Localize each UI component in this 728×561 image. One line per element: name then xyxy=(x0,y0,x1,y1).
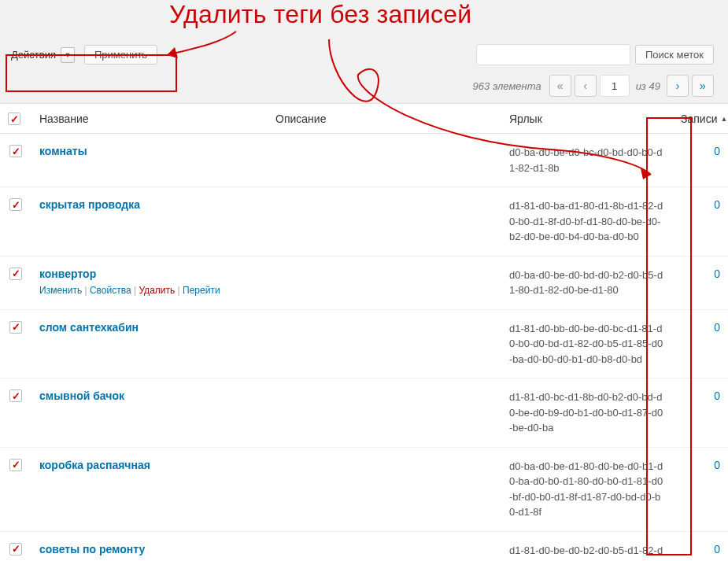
tag-slug: d1-81-d0-be-d0-b2-d0-b5-d1-82-d1-8b-d0-b… xyxy=(501,531,673,561)
tag-name-link[interactable]: комнаты xyxy=(39,145,87,157)
tag-description xyxy=(268,134,501,187)
apply-button[interactable]: Применить xyxy=(84,45,157,65)
page-total: из 49 xyxy=(636,80,660,92)
admin-wrap: Действия ▼ Применить Поиск меток 963 эле… xyxy=(0,0,728,561)
bulk-action-select[interactable]: Действия ▼ xyxy=(11,47,75,63)
search-group: Поиск меток xyxy=(476,44,714,65)
row-checkbox[interactable] xyxy=(9,459,22,471)
table-row: слом сантехкабинd1-81-d0-bb-d0-be-d0-bc-… xyxy=(0,309,728,378)
tag-name-link[interactable]: скрытая проводка xyxy=(39,198,140,211)
col-header-slug[interactable]: Ярлык xyxy=(501,104,673,134)
top-toolbar: Действия ▼ Применить Поиск меток xyxy=(0,0,728,72)
next-page-button[interactable]: › xyxy=(667,75,689,97)
search-input[interactable] xyxy=(476,44,630,65)
tag-description xyxy=(268,309,501,378)
row-checkbox[interactable] xyxy=(9,268,22,280)
tag-slug: d1-81-d0-ba-d1-80-d1-8b-d1-82-d0-b0-d1-8… xyxy=(501,187,673,257)
row-checkbox[interactable] xyxy=(9,389,22,402)
tag-slug: d0-ba-d0-be-d0-bd-d0-b2-d0-b5-d1-80-d1-8… xyxy=(501,256,673,309)
row-checkbox[interactable] xyxy=(9,198,22,211)
action-edit[interactable]: Изменить xyxy=(39,285,82,296)
first-page-button[interactable]: « xyxy=(549,75,571,97)
col-header-description[interactable]: Описание xyxy=(268,104,501,134)
tag-description xyxy=(268,531,501,561)
action-quick-edit[interactable]: Свойства xyxy=(90,285,131,296)
table-row: конверторИзменить | Свойства | Удалить |… xyxy=(0,256,728,309)
item-count: 963 элемента xyxy=(473,80,541,92)
tag-posts-count[interactable]: 0 xyxy=(714,389,720,402)
tag-slug: d0-ba-d0-be-d0-bc-d0-bd-d0-b0-d1-82-d1-8… xyxy=(501,134,673,187)
bulk-action-label: Действия xyxy=(11,49,56,61)
row-checkbox[interactable] xyxy=(9,321,22,334)
bulk-actions-group: Действия ▼ Применить xyxy=(11,45,157,65)
tag-name-link[interactable]: коробка распаячная xyxy=(39,459,150,471)
tag-description xyxy=(268,256,501,309)
last-page-button[interactable]: » xyxy=(692,75,714,97)
chevron-down-icon: ▼ xyxy=(61,47,75,63)
tag-description xyxy=(268,378,501,448)
tag-description xyxy=(268,187,501,257)
tag-slug: d1-81-d0-bb-d0-be-d0-bc-d1-81-d0-b0-d0-b… xyxy=(501,309,673,378)
tag-description xyxy=(268,447,501,531)
select-all-checkbox[interactable] xyxy=(8,113,20,125)
pagination: « ‹ из 49 › » xyxy=(549,75,714,97)
tag-slug: d1-81-d0-bc-d1-8b-d0-b2-d0-bd-d0-be-d0-b… xyxy=(501,378,673,448)
tag-posts-count[interactable]: 0 xyxy=(714,198,720,211)
tag-posts-count[interactable]: 0 xyxy=(714,268,720,280)
row-checkbox[interactable] xyxy=(9,543,22,555)
table-row: комнатыd0-ba-d0-be-d0-bc-d0-bd-d0-b0-d1-… xyxy=(0,134,728,187)
tags-table: Название Описание Ярлык Записи ▲ комнаты… xyxy=(0,103,728,561)
table-row: скрытая проводкаd1-81-d0-ba-d1-80-d1-8b-… xyxy=(0,187,728,257)
action-view[interactable]: Перейти xyxy=(183,285,220,296)
search-button[interactable]: Поиск меток xyxy=(635,45,714,65)
col-header-posts[interactable]: Записи ▲ xyxy=(673,104,728,134)
sort-asc-icon: ▲ xyxy=(720,115,727,123)
table-row: смывной бачокd1-81-d0-bc-d1-8b-d0-b2-d0-… xyxy=(0,378,728,448)
row-checkbox[interactable] xyxy=(9,145,22,157)
tag-posts-count[interactable]: 0 xyxy=(714,543,720,555)
table-nav: 963 элемента « ‹ из 49 › » xyxy=(0,72,728,103)
table-row: советы по ремонтуd1-81-d0-be-d0-b2-d0-b5… xyxy=(0,531,728,561)
tag-slug: d0-ba-d0-be-d1-80-d0-be-d0-b1-d0-ba-d0-b… xyxy=(501,447,673,531)
row-actions: Изменить | Свойства | Удалить | Перейти xyxy=(39,283,260,298)
tag-name-link[interactable]: конвертор xyxy=(39,268,96,280)
tag-posts-count[interactable]: 0 xyxy=(714,459,720,471)
tag-name-link[interactable]: смывной бачок xyxy=(39,389,124,402)
tag-posts-count[interactable]: 0 xyxy=(714,145,720,157)
tag-name-link[interactable]: слом сантехкабин xyxy=(39,321,139,334)
prev-page-button[interactable]: ‹ xyxy=(575,75,597,97)
table-row: коробка распаячнаяd0-ba-d0-be-d1-80-d0-b… xyxy=(0,447,728,531)
col-header-name[interactable]: Название xyxy=(31,104,268,134)
page-input[interactable] xyxy=(600,75,630,97)
action-delete[interactable]: Удалить xyxy=(139,285,175,296)
tag-posts-count[interactable]: 0 xyxy=(714,321,720,334)
table-header-row: Название Описание Ярлык Записи ▲ xyxy=(0,104,728,134)
tag-name-link[interactable]: советы по ремонту xyxy=(39,543,145,555)
